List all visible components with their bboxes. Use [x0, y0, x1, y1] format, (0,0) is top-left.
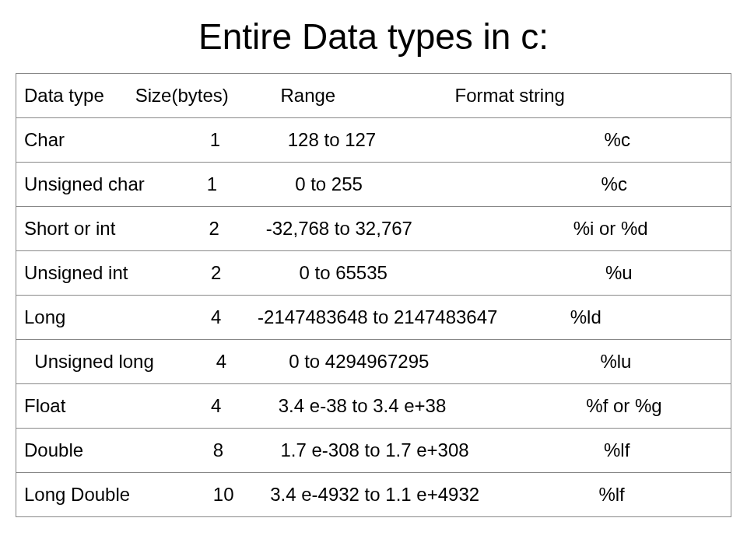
table-cell: Unsigned char 1 0 to 255 %c: [16, 163, 731, 207]
table-cell: Short or int 2 -32,768 to 32,767 %i or %…: [16, 207, 731, 251]
table-row: Unsigned char 1 0 to 255 %c: [16, 163, 731, 207]
data-types-table: Data type Size(bytes) Range Format strin…: [16, 73, 731, 517]
table-row: Unsigned long 4 0 to 4294967295 %lu: [16, 340, 731, 384]
table-cell: Double 8 1.7 e-308 to 1.7 e+308 %lf: [16, 429, 731, 473]
table-cell: Long Double 10 3.4 e-4932 to 1.1 e+4932 …: [16, 473, 731, 517]
table-cell: Char 1 128 to 127 %c: [16, 118, 731, 163]
table-cell: Long 4 -2147483648 to 2147483647 %ld: [16, 296, 731, 340]
table-cell: Float 4 3.4 e-38 to 3.4 e+38 %f or %g: [16, 384, 731, 429]
table-header-row: Data type Size(bytes) Range Format strin…: [16, 74, 731, 118]
table-row: Long Double 10 3.4 e-4932 to 1.1 e+4932 …: [16, 473, 731, 517]
table-row: Double 8 1.7 e-308 to 1.7 e+308 %lf: [16, 429, 731, 473]
table-cell: Unsigned int 2 0 to 65535 %u: [16, 251, 731, 296]
table-row: Char 1 128 to 127 %c: [16, 118, 731, 163]
table-header-cell: Data type Size(bytes) Range Format strin…: [16, 74, 731, 118]
table-row: Long 4 -2147483648 to 2147483647 %ld: [16, 296, 731, 340]
table-row: Short or int 2 -32,768 to 32,767 %i or %…: [16, 207, 731, 251]
table-cell: Unsigned long 4 0 to 4294967295 %lu: [16, 340, 731, 384]
table-row: Unsigned int 2 0 to 65535 %u: [16, 251, 731, 296]
table-row: Float 4 3.4 e-38 to 3.4 e+38 %f or %g: [16, 384, 731, 429]
page-title: Entire Data types in c:: [16, 16, 731, 58]
